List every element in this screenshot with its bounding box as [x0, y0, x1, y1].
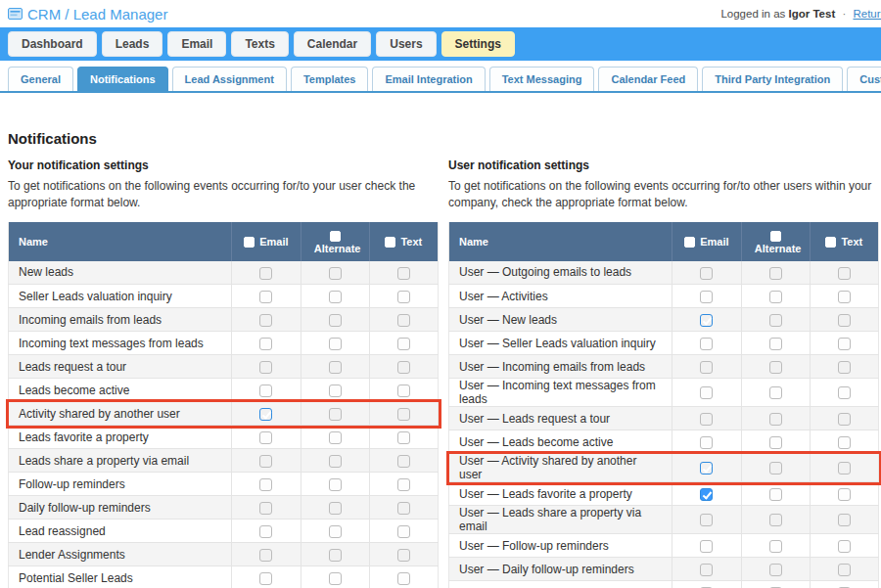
- subnav-tab-text-messaging[interactable]: Text Messaging: [489, 67, 595, 91]
- alternate-checkbox[interactable]: [329, 502, 342, 515]
- email-checkbox[interactable]: [700, 361, 713, 374]
- text-column-checkbox[interactable]: [825, 237, 836, 248]
- subnav-tab-third-party-integration[interactable]: Third Party Integration: [702, 67, 843, 91]
- email-checkbox[interactable]: [700, 488, 713, 501]
- text-checkbox[interactable]: [838, 564, 851, 576]
- email-checkbox[interactable]: [259, 314, 272, 327]
- email-column-checkbox[interactable]: [684, 237, 695, 248]
- text-checkbox[interactable]: [838, 338, 851, 350]
- email-checkbox[interactable]: [700, 540, 713, 553]
- subnav-tab-customize[interactable]: Customize: [847, 67, 881, 91]
- text-checkbox[interactable]: [838, 488, 851, 501]
- email-checkbox[interactable]: [259, 572, 272, 585]
- alternate-checkbox[interactable]: [769, 314, 782, 327]
- email-column-checkbox[interactable]: [244, 237, 255, 248]
- text-checkbox[interactable]: [838, 386, 851, 399]
- subnav-tab-templates[interactable]: Templates: [291, 67, 369, 91]
- text-checkbox[interactable]: [838, 540, 851, 553]
- alternate-checkbox[interactable]: [329, 525, 342, 538]
- nav-tab-email[interactable]: Email: [167, 31, 226, 57]
- nav-tab-settings[interactable]: Settings: [441, 31, 515, 57]
- alternate-checkbox[interactable]: [329, 431, 342, 444]
- email-checkbox[interactable]: [259, 478, 272, 491]
- alternate-checkbox[interactable]: [329, 338, 342, 350]
- subnav-tab-lead-assignment[interactable]: Lead Assignment: [172, 67, 287, 91]
- email-checkbox[interactable]: [700, 386, 713, 399]
- email-checkbox[interactable]: [259, 455, 272, 468]
- alternate-checkbox[interactable]: [769, 413, 782, 426]
- alternate-checkbox[interactable]: [769, 540, 782, 553]
- alternate-checkbox[interactable]: [329, 408, 342, 421]
- email-checkbox[interactable]: [700, 514, 713, 526]
- alternate-checkbox[interactable]: [769, 386, 782, 399]
- email-checkbox[interactable]: [259, 361, 272, 374]
- text-column-checkbox[interactable]: [385, 237, 395, 248]
- alternate-checkbox[interactable]: [329, 361, 342, 374]
- email-checkbox[interactable]: [259, 384, 272, 397]
- alternate-checkbox[interactable]: [329, 549, 342, 562]
- alternate-checkbox[interactable]: [769, 436, 782, 449]
- email-checkbox[interactable]: [700, 413, 713, 426]
- alternate-checkbox[interactable]: [769, 361, 782, 374]
- email-checkbox[interactable]: [259, 431, 272, 444]
- alternate-checkbox[interactable]: [329, 267, 342, 280]
- subnav-tab-notifications[interactable]: Notifications: [77, 67, 168, 91]
- nav-tab-dashboard[interactable]: Dashboard: [8, 31, 97, 57]
- nav-tab-users[interactable]: Users: [376, 31, 436, 57]
- text-checkbox[interactable]: [397, 338, 410, 350]
- alternate-checkbox[interactable]: [769, 564, 782, 576]
- text-checkbox[interactable]: [838, 361, 851, 374]
- app-title[interactable]: CRM / Lead Manager: [8, 6, 167, 23]
- alternate-checkbox[interactable]: [769, 514, 782, 526]
- text-checkbox[interactable]: [397, 267, 410, 280]
- text-checkbox[interactable]: [397, 525, 410, 538]
- text-checkbox[interactable]: [397, 478, 410, 491]
- email-checkbox[interactable]: [700, 462, 713, 475]
- text-checkbox[interactable]: [397, 455, 410, 468]
- alternate-checkbox[interactable]: [769, 462, 782, 475]
- text-checkbox[interactable]: [397, 314, 410, 327]
- subnav-tab-calendar-feed[interactable]: Calendar Feed: [598, 67, 698, 91]
- alternate-checkbox[interactable]: [329, 478, 342, 491]
- return-link[interactable]: Return: [853, 8, 881, 20]
- nav-tab-leads[interactable]: Leads: [102, 31, 163, 57]
- email-checkbox[interactable]: [700, 267, 713, 280]
- alternate-checkbox[interactable]: [769, 488, 782, 501]
- nav-tab-calendar[interactable]: Calendar: [294, 31, 371, 57]
- text-checkbox[interactable]: [838, 291, 851, 303]
- text-checkbox[interactable]: [838, 314, 851, 327]
- text-checkbox[interactable]: [397, 549, 410, 562]
- email-checkbox[interactable]: [700, 338, 713, 350]
- alternate-checkbox[interactable]: [329, 455, 342, 468]
- text-checkbox[interactable]: [397, 291, 410, 303]
- text-checkbox[interactable]: [397, 431, 410, 444]
- subnav-tab-email-integration[interactable]: Email Integration: [372, 67, 485, 91]
- email-checkbox[interactable]: [700, 564, 713, 576]
- alternate-checkbox[interactable]: [329, 572, 342, 585]
- email-checkbox[interactable]: [259, 408, 272, 421]
- email-checkbox[interactable]: [259, 338, 272, 350]
- email-checkbox[interactable]: [259, 291, 272, 303]
- email-checkbox[interactable]: [259, 549, 272, 562]
- text-checkbox[interactable]: [838, 413, 851, 426]
- text-checkbox[interactable]: [397, 408, 410, 421]
- email-checkbox[interactable]: [259, 525, 272, 538]
- text-checkbox[interactable]: [397, 502, 410, 515]
- alternate-checkbox[interactable]: [769, 267, 782, 280]
- text-checkbox[interactable]: [397, 361, 410, 374]
- email-checkbox[interactable]: [700, 436, 713, 449]
- nav-tab-texts[interactable]: Texts: [231, 31, 288, 57]
- text-checkbox[interactable]: [838, 462, 851, 475]
- email-checkbox[interactable]: [700, 291, 713, 303]
- text-checkbox[interactable]: [838, 436, 851, 449]
- alternate-checkbox[interactable]: [329, 314, 342, 327]
- alternate-column-checkbox[interactable]: [770, 231, 781, 242]
- alternate-checkbox[interactable]: [769, 291, 782, 303]
- text-checkbox[interactable]: [397, 572, 410, 585]
- alternate-checkbox[interactable]: [769, 338, 782, 350]
- alternate-column-checkbox[interactable]: [330, 231, 341, 242]
- alternate-checkbox[interactable]: [329, 384, 342, 397]
- email-checkbox[interactable]: [700, 314, 713, 327]
- email-checkbox[interactable]: [259, 267, 272, 280]
- text-checkbox[interactable]: [838, 267, 851, 280]
